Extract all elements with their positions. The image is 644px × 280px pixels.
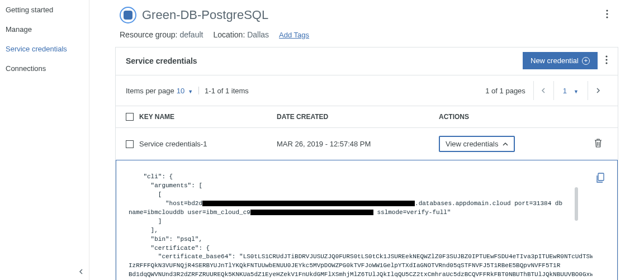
view-credentials-button[interactable]: View credentials [439, 136, 515, 152]
header-overflow-icon[interactable] [606, 10, 614, 21]
resource-group-value: default [179, 30, 203, 39]
svg-point-3 [605, 55, 607, 57]
page-number-value: 1 [563, 87, 567, 95]
add-tags-link[interactable]: Add Tags [279, 31, 309, 39]
items-per-page-value[interactable]: 10 [177, 87, 184, 95]
sidebar-item-getting-started[interactable]: Getting started [0, 0, 89, 20]
col-actions: ACTIONS [439, 113, 608, 121]
svg-rect-6 [598, 173, 604, 181]
table-row: Service credentials-1 MAR 26, 2019 - 12:… [116, 128, 618, 160]
page-next-icon[interactable] [588, 81, 608, 100]
main-content: Green-DB-PostgreSQL Resource group: defa… [89, 0, 644, 280]
database-icon [120, 7, 136, 23]
scrollbar[interactable] [575, 187, 578, 221]
items-per-page-caret-icon[interactable]: ▼ [188, 89, 193, 94]
row-checkbox[interactable] [126, 140, 134, 148]
resource-meta: Resource group: default Location: Dallas… [89, 27, 644, 47]
svg-point-0 [606, 10, 608, 11]
page-number-select[interactable]: 1 ▼ [553, 81, 588, 100]
svg-point-4 [605, 59, 607, 60]
table-header: KEY NAME DATE CREATED ACTIONS [116, 106, 618, 128]
svg-point-5 [605, 62, 607, 64]
copy-icon[interactable] [596, 173, 605, 184]
resource-group-label: Resource group: [120, 30, 178, 39]
sidebar: Getting started Manage Service credentia… [0, 0, 89, 280]
credentials-json-panel: "cli": { "arguments": [ [ "host=bd2d.dat… [116, 160, 618, 280]
items-range: 1-1 of 1 items [205, 87, 249, 95]
svg-point-1 [606, 13, 608, 15]
card-title: Service credentials [126, 56, 197, 65]
new-credential-label: New credential [531, 56, 579, 65]
svg-point-2 [606, 16, 608, 18]
plus-icon: + [582, 57, 590, 65]
delete-icon[interactable] [594, 139, 602, 149]
card-overflow-icon[interactable] [605, 55, 608, 67]
pages-summary: 1 of 1 pages [485, 87, 525, 95]
sidebar-item-manage[interactable]: Manage [0, 20, 89, 39]
sidebar-item-connections[interactable]: Connections [0, 59, 89, 78]
page-header: Green-DB-PostgreSQL [89, 0, 644, 27]
page-title: Green-DB-PostgreSQL [142, 8, 268, 22]
location-label: Location: [213, 30, 245, 39]
col-key-name: KEY NAME [139, 113, 174, 121]
row-key-name: Service credentials-1 [139, 140, 207, 148]
row-date: MAR 26, 2019 - 12:57:48 PM [277, 140, 439, 148]
col-date-created: DATE CREATED [277, 113, 439, 121]
page-prev-icon[interactable] [533, 81, 553, 100]
items-per-page-label: Items per page [126, 87, 174, 95]
select-all-checkbox[interactable] [126, 113, 134, 121]
pagination-bar: Items per page 10 ▼ 1-1 of 1 items 1 of … [116, 75, 618, 106]
caret-up-icon [503, 142, 508, 146]
page-number-caret-icon: ▼ [574, 89, 579, 94]
credentials-json-code[interactable]: "cli": { "arguments": [ [ "host=bd2d.dat… [129, 173, 593, 280]
new-credential-button[interactable]: New credential + [523, 52, 598, 69]
location-value: Dallas [247, 30, 269, 39]
credentials-card: Service credentials New credential + Ite… [115, 47, 618, 280]
sidebar-item-service-credentials[interactable]: Service credentials [0, 39, 89, 59]
view-credentials-label: View credentials [446, 140, 498, 148]
sidebar-collapse-icon[interactable] [78, 268, 84, 277]
